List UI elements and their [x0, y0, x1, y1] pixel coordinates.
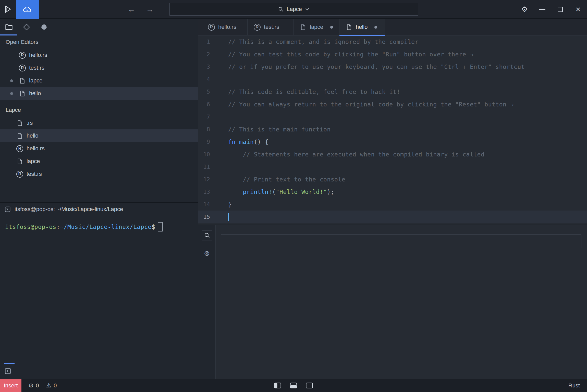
language-indicator[interactable]: Rust [568, 382, 580, 389]
modified-dot-slot [10, 79, 19, 82]
search-icon [204, 232, 210, 238]
sidebar-tab-source-control[interactable] [18, 19, 35, 35]
terminal-prompt[interactable]: itsfoss@pop-os:~/Music/Lapce-linux/Lapce… [5, 222, 198, 231]
search-input[interactable] [221, 235, 581, 248]
toggle-left-panel-button[interactable] [274, 383, 281, 388]
file-row-hello[interactable]: hello [0, 129, 198, 142]
modified-dot [10, 92, 13, 95]
code-line-1[interactable]: 1// This is a comment, and is ignored by… [198, 35, 587, 48]
file-row-.rs[interactable]: .rs [0, 117, 198, 129]
file-icon [300, 24, 307, 31]
line-number: 13 [198, 189, 216, 195]
toggle-bottom-panel-button[interactable] [290, 383, 297, 388]
code-editor[interactable]: 1// This is a comment, and is ignored by… [198, 35, 587, 225]
errors-count[interactable]: 0 [36, 382, 39, 389]
code-text [216, 213, 229, 221]
code-text: } [216, 201, 232, 208]
code-line-6[interactable]: 6// You can always return to the origina… [198, 98, 587, 111]
active-terminal-indicator [4, 363, 15, 364]
text-cursor [228, 213, 229, 221]
code-line-8[interactable]: 8// This is the main function [198, 123, 587, 136]
rust-file-icon: R [16, 171, 23, 178]
nav-back-button[interactable]: ← [128, 5, 135, 14]
minimize-button[interactable] [533, 0, 551, 19]
file-label: lapce [27, 158, 40, 165]
file-label: hello.rs [27, 145, 45, 152]
file-row-test.rs[interactable]: Rtest.rs [0, 168, 198, 180]
line-number: 3 [198, 64, 216, 70]
file-row-hello.rs[interactable]: Rhello.rs [0, 142, 198, 155]
sidebar-tab-explorer[interactable] [0, 19, 18, 35]
line-number: 10 [198, 151, 216, 157]
code-line-2[interactable]: 2// You can test this code by clicking t… [198, 48, 587, 60]
code-text: // You can always return to the original… [216, 101, 514, 108]
modified-dot-slot [10, 92, 19, 95]
tab-label: hello.rs [218, 24, 236, 30]
toggle-right-panel-button[interactable] [306, 383, 313, 388]
code-line-14[interactable]: 14} [198, 198, 587, 211]
remote-connection-button[interactable] [16, 0, 39, 19]
code-line-5[interactable]: 5// This code is editable, feel free to … [198, 85, 587, 98]
terminal-header[interactable]: itsfoss@pop-os: ~/Music/Lapce-linux/Lapc… [0, 203, 198, 216]
close-button[interactable]: × [569, 0, 587, 19]
workspace-header[interactable]: Lapce [0, 103, 198, 117]
tab-label: hello [356, 24, 368, 30]
panel-search-button[interactable] [202, 230, 212, 240]
file-row-hello[interactable]: hello [0, 87, 198, 100]
warnings-count[interactable]: 0 [54, 382, 57, 389]
file-explorer-icon [5, 24, 13, 30]
nav-forward-button[interactable]: → [146, 5, 154, 14]
editor-tab-hello.rs[interactable]: Rhello.rs [202, 19, 248, 35]
file-row-lapce[interactable]: lapce [0, 155, 198, 168]
code-line-3[interactable]: 3// or if you prefer to use your keyboar… [198, 60, 587, 73]
code-line-4[interactable]: 4 [198, 73, 587, 85]
editor-tab-hello[interactable]: hello [339, 19, 385, 35]
line-number: 1 [198, 39, 216, 45]
workspace-file-list: .rshelloRhello.rslapceRtest.rs [0, 117, 198, 180]
file-label: .rs [27, 120, 33, 126]
code-line-10[interactable]: 10 // Statements here are executed when … [198, 148, 587, 161]
editor-tab-test.rs[interactable]: Rtest.rs [248, 19, 294, 35]
sidebar-tab-plugins[interactable] [35, 19, 53, 35]
workbench: Open Editors Rhello.rsRtest.rslapcehello… [0, 19, 587, 379]
line-number: 14 [198, 201, 216, 207]
editor-tab-lapce[interactable]: lapce [294, 19, 339, 35]
line-number: 4 [198, 76, 216, 82]
code-text: // This is the main function [216, 126, 331, 133]
line-number: 6 [198, 101, 216, 107]
file-label: hello [29, 90, 41, 97]
code-line-7[interactable]: 7 [198, 111, 587, 123]
left-panel: Open Editors Rhello.rsRtest.rslapcehello… [0, 19, 198, 379]
lapce-logo-icon [0, 0, 16, 19]
maximize-button[interactable] [551, 0, 569, 19]
settings-gear-icon[interactable]: ⚙ [516, 0, 533, 19]
rust-file-icon: R [16, 145, 23, 152]
file-icon [346, 24, 352, 31]
file-row-test.rs[interactable]: Rtest.rs [0, 62, 198, 74]
file-row-lapce[interactable]: lapce [0, 74, 198, 87]
modified-dot [10, 79, 13, 82]
file-row-hello.rs[interactable]: Rhello.rs [0, 49, 198, 62]
line-number: 8 [198, 126, 216, 132]
code-line-13[interactable]: 13 println!("Hello World!"); [198, 186, 587, 198]
code-line-12[interactable]: 12 // Print text to the console [198, 173, 587, 186]
nav-arrows: ← → [128, 0, 154, 19]
file-label: test.rs [29, 65, 44, 71]
clear-results-button[interactable]: ⊗ [202, 248, 212, 258]
file-label: lapce [29, 77, 43, 84]
modified-dot [374, 26, 377, 29]
titlebar: ← → Lapce ⚙ × [0, 0, 587, 19]
code-line-9[interactable]: 9fn main() { [198, 136, 587, 148]
code-line-11[interactable]: 11 [198, 161, 587, 173]
source-control-icon [23, 23, 30, 31]
command-palette-button[interactable]: Lapce [169, 3, 418, 16]
active-sidebar-tab-indicator [0, 34, 17, 35]
open-editors-header[interactable]: Open Editors [0, 35, 198, 49]
open-editors-list: Rhello.rsRtest.rslapcehello [0, 49, 198, 100]
terminal-panel-icon[interactable] [5, 368, 11, 374]
file-label: hello [27, 132, 38, 139]
line-number: 15 [198, 214, 216, 220]
code-line-15[interactable]: 15 [198, 211, 587, 223]
code-text: fn main() { [216, 139, 268, 145]
terminal-cursor [158, 222, 163, 231]
